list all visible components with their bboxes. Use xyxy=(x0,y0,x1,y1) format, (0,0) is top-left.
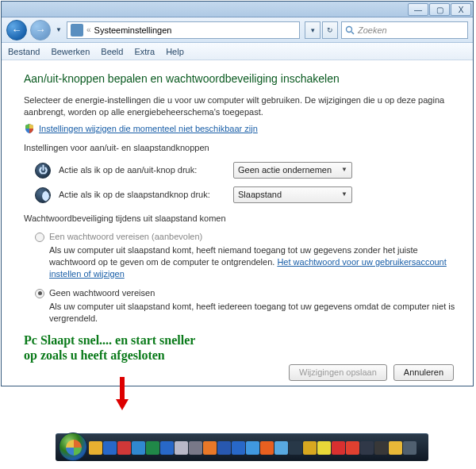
power-button-row: ⏻ Actie als ik op de aan/uit-knop druk: … xyxy=(35,162,457,179)
search-placeholder: Zoeken xyxy=(358,25,387,35)
sleep-button-value: Slaapstand xyxy=(238,189,282,201)
menu-view[interactable]: Beeld xyxy=(101,47,123,56)
taskbar-icons xyxy=(89,441,416,455)
taskbar-app-icon[interactable] xyxy=(217,441,231,455)
sleep-button-select[interactable]: Slaapstand ▼ xyxy=(233,186,352,203)
taskbar-app-icon[interactable] xyxy=(103,441,117,455)
radio-no-password-block: Geen wachtwoord vereisen Als uw computer… xyxy=(35,287,457,325)
taskbar-app-icon[interactable] xyxy=(303,441,317,455)
chevron-down-icon: ▼ xyxy=(341,166,347,175)
taskbar-app-icon[interactable] xyxy=(232,441,245,455)
minimize-button[interactable]: — xyxy=(408,3,428,16)
taskbar-app-icon[interactable] xyxy=(260,441,274,455)
taskbar-app-icon[interactable] xyxy=(246,441,259,455)
button-row: Wijzigingen opslaan Annuleren xyxy=(24,364,457,381)
password-section-label: Wachtwoordbeveiliging tijdens uit slaaps… xyxy=(24,213,457,225)
radio-icon xyxy=(35,233,44,242)
taskbar-app-icon[interactable] xyxy=(89,441,102,455)
forward-icon: → xyxy=(36,24,46,36)
taskbar-app-icon[interactable] xyxy=(317,441,331,455)
radio-require-password: Een wachtwoord vereisen (aanbevolen) xyxy=(35,231,457,243)
taskbar-app-icon[interactable] xyxy=(289,441,302,455)
radio-require-password-label: Een wachtwoord vereisen (aanbevolen) xyxy=(49,231,202,243)
svg-point-0 xyxy=(347,26,352,32)
navigation-bar: ← → ▼ « Systeeminstellingen ▾ ↻ Zoeken xyxy=(2,17,473,43)
annotation-line1: Pc Slaapt snel.... en start sneller xyxy=(24,333,457,348)
search-input[interactable]: Zoeken xyxy=(341,21,468,39)
power-button-value: Geen actie ondernemen xyxy=(238,164,332,176)
elevate-link-row: Instellingen wijzigen die momenteel niet… xyxy=(24,123,457,135)
moon-icon xyxy=(35,187,51,203)
taskbar-app-icon[interactable] xyxy=(332,441,345,455)
content-pane: Aan/uit-knoppen bepalen en wachtwoordbev… xyxy=(2,60,473,386)
radio-icon xyxy=(35,289,44,298)
buttons-section-label: Instellingen voor aan/uit- en slaapstand… xyxy=(24,142,457,154)
radio-no-password: Geen wachtwoord vereisen xyxy=(35,287,457,299)
taskbar-app-icon[interactable] xyxy=(403,441,416,455)
taskbar-app-icon[interactable] xyxy=(203,441,217,455)
forward-button[interactable]: → xyxy=(30,20,51,40)
taskbar-app-icon[interactable] xyxy=(346,441,359,455)
power-icon: ⏻ xyxy=(35,163,51,179)
radio-no-password-desc: Als uw computer uit slaapstand komt, hee… xyxy=(49,301,457,325)
taskbar xyxy=(56,433,428,461)
back-button[interactable]: ← xyxy=(6,20,27,40)
sleep-button-row: Actie als ik op de slaapstandknop druk: … xyxy=(35,186,457,203)
taskbar-app-icon[interactable] xyxy=(374,441,388,455)
taskbar-app-icon[interactable] xyxy=(132,441,145,455)
maximize-button[interactable]: ▢ xyxy=(429,3,450,16)
titlebar: — ▢ X xyxy=(2,2,473,17)
taskbar-app-icon[interactable] xyxy=(360,441,374,455)
intro-text: Selecteer de energie-instellingen die u … xyxy=(24,94,457,118)
menu-help[interactable]: Help xyxy=(166,47,184,56)
location-icon xyxy=(71,24,83,37)
annotation-text: Pc Slaapt snel.... en start sneller op z… xyxy=(24,333,457,363)
search-icon xyxy=(345,25,355,35)
radio-require-password-block: Een wachtwoord vereisen (aanbevolen) Als… xyxy=(35,231,457,279)
back-icon: ← xyxy=(12,24,22,36)
page-title: Aan/uit-knoppen bepalen en wachtwoordbev… xyxy=(24,71,457,86)
taskbar-app-icon[interactable] xyxy=(389,441,402,455)
address-bar[interactable]: « Systeeminstellingen xyxy=(67,21,300,39)
elevate-link[interactable]: Instellingen wijzigen die momenteel niet… xyxy=(39,123,258,135)
sleep-button-label: Actie als ik op de slaapstandknop druk: xyxy=(59,189,225,201)
menu-bar: Bestand Bewerken Beeld Extra Help xyxy=(2,43,473,60)
taskbar-app-icon[interactable] xyxy=(175,441,188,455)
annotation-arrow-icon xyxy=(116,377,129,412)
nav-history-dropdown[interactable]: ▼ xyxy=(54,21,63,40)
cancel-button[interactable]: Annuleren xyxy=(393,364,454,381)
radio-no-password-label: Geen wachtwoord vereisen xyxy=(49,287,155,299)
annotation-line2: op zoals u heeft afgesloten xyxy=(24,348,457,363)
taskbar-app-icon[interactable] xyxy=(189,441,202,455)
menu-edit[interactable]: Bewerken xyxy=(51,47,90,56)
shield-icon xyxy=(24,123,35,134)
taskbar-app-icon[interactable] xyxy=(146,441,159,455)
svg-line-1 xyxy=(351,32,354,34)
chevron-down-icon: ▼ xyxy=(341,190,347,199)
power-button-select[interactable]: Geen actie ondernemen ▼ xyxy=(233,162,352,179)
address-dropdown[interactable]: ▾ xyxy=(305,21,321,39)
menu-extra[interactable]: Extra xyxy=(134,47,155,56)
breadcrumb-text: Systeeminstellingen xyxy=(94,25,172,35)
window-frame: — ▢ X ← → ▼ « Systeeminstellingen ▾ ↻ Zo… xyxy=(1,1,474,386)
taskbar-app-icon[interactable] xyxy=(117,441,131,455)
close-button[interactable]: X xyxy=(451,3,471,16)
power-button-label: Actie als ik op de aan/uit-knop druk: xyxy=(59,164,225,176)
refresh-button[interactable]: ↻ xyxy=(322,21,338,39)
breadcrumb-sep: « xyxy=(86,25,91,34)
start-button[interactable] xyxy=(59,432,87,461)
taskbar-app-icon[interactable] xyxy=(274,441,288,455)
taskbar-app-icon[interactable] xyxy=(160,441,174,455)
menu-file[interactable]: Bestand xyxy=(8,47,40,56)
save-button[interactable]: Wijzigingen opslaan xyxy=(289,364,387,381)
radio-require-password-desc: Als uw computer uit slaapstand komt, hee… xyxy=(49,244,457,280)
address-controls: ▾ ↻ xyxy=(305,21,338,39)
